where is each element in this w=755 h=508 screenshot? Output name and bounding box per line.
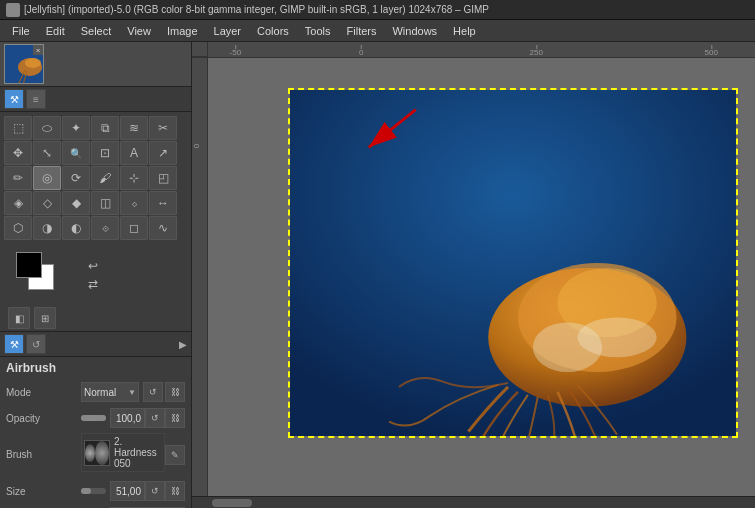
opacity-chain-button[interactable]: ⛓	[165, 408, 185, 428]
fuzzy-select-tool[interactable]: ⧉	[91, 116, 119, 140]
brush-label: Brush	[6, 449, 81, 460]
zoom-tool[interactable]: 🔍	[62, 141, 90, 165]
mode-label: Mode	[6, 387, 81, 398]
align-tool[interactable]: ⤡	[33, 141, 61, 165]
menu-tools[interactable]: Tools	[297, 23, 339, 39]
menu-help[interactable]: Help	[445, 23, 484, 39]
app-icon	[6, 3, 20, 17]
size-value[interactable]: 51,00	[110, 481, 145, 501]
opacity-label: Opacity	[6, 413, 81, 424]
size-chain-button[interactable]: ⛓	[165, 481, 185, 501]
ruler-mark-250: 250	[530, 48, 543, 57]
opacity-option-row: Opacity 100,0 ↺ ⛓	[6, 407, 185, 429]
size-label: Size	[6, 486, 81, 497]
paths-tool[interactable]: ⟐	[91, 216, 119, 240]
mode-chain-button[interactable]: ⛓	[165, 382, 185, 402]
image-thumbnail-bar: ×	[0, 42, 191, 87]
tool-tabs: ⚒ ≡	[0, 87, 191, 112]
color-picker-tool[interactable]: ◐	[62, 216, 90, 240]
tab-settings[interactable]: ≡	[26, 89, 46, 109]
menu-view[interactable]: View	[119, 23, 159, 39]
ruler-mark-neg50: -50	[230, 48, 242, 57]
menu-windows[interactable]: Windows	[384, 23, 445, 39]
extra-tools: ◧ ⊞	[0, 305, 191, 331]
mode-option-row: Mode Normal ▼ ↺ ⛓	[6, 381, 185, 403]
rect-select-tool[interactable]: ⬚	[4, 116, 32, 140]
brush-name-label: 2. Hardness 050	[114, 436, 162, 469]
brush-edit-button[interactable]: ✎	[165, 445, 185, 465]
foreground-color-swatch[interactable]	[16, 252, 42, 278]
ink-tool[interactable]: ⬦	[120, 191, 148, 215]
pencil-tool[interactable]: ✏	[4, 166, 32, 190]
menu-file[interactable]: File	[4, 23, 38, 39]
canvas-area: 0	[192, 58, 755, 496]
opacity-value[interactable]: 100,0	[110, 408, 145, 428]
menu-layer[interactable]: Layer	[206, 23, 250, 39]
canvas-viewport[interactable]	[208, 58, 755, 496]
menu-colors[interactable]: Colors	[249, 23, 297, 39]
blur-tool[interactable]: ◇	[33, 191, 61, 215]
color-box	[16, 252, 66, 297]
ruler-h-marks: -50 0 250 500	[208, 42, 755, 57]
menu-select[interactable]: Select	[73, 23, 120, 39]
scissors-select-tool[interactable]: ✂	[149, 116, 177, 140]
mode-reset-button[interactable]: ↺	[143, 382, 163, 402]
mode-select[interactable]: Normal ▼	[81, 382, 139, 402]
color-reset[interactable]: ↩	[88, 259, 98, 273]
panel-collapse[interactable]: ▶	[179, 339, 187, 350]
rotate-tool[interactable]: ↗	[149, 141, 177, 165]
bucket-fill-tool[interactable]: ⬡	[4, 216, 32, 240]
opacity-reset-button[interactable]: ↺	[145, 408, 165, 428]
canvas-content-area: -50 0 250 500 0	[192, 42, 755, 508]
text-tool[interactable]: A	[120, 141, 148, 165]
ruler-mark-0: 0	[359, 48, 363, 57]
size-reset-button[interactable]: ↺	[145, 481, 165, 501]
menu-filters[interactable]: Filters	[339, 23, 385, 39]
eraser-tool[interactable]: ⟳	[62, 166, 90, 190]
title-bar: [Jellyfish] (imported)-5.0 (RGB color 8-…	[0, 0, 755, 20]
smudge-tool[interactable]: ◫	[91, 191, 119, 215]
dodge-tool[interactable]: ◆	[62, 191, 90, 215]
tool-name-label: Airbrush	[6, 361, 185, 375]
menu-edit[interactable]: Edit	[38, 23, 73, 39]
clone-tool[interactable]: ⊹	[120, 166, 148, 190]
svg-point-10	[577, 318, 656, 358]
blend-tool[interactable]: ◑	[33, 216, 61, 240]
panel-tabs: ⚒ ↺ ▶	[0, 331, 191, 357]
ruler-vertical: 0	[192, 58, 208, 496]
menu-bar: File Edit Select View Image Layer Colors…	[0, 20, 755, 42]
transform-tool[interactable]: ◻	[120, 216, 148, 240]
color-swap[interactable]: ⇄	[88, 277, 98, 291]
perspective-clone-tool[interactable]: ◈	[4, 191, 32, 215]
canvas-image	[288, 88, 738, 438]
brush-selector[interactable]: 2. Hardness 050	[81, 433, 165, 472]
main-layout: × ⚒ ≡ ⬚ ⬭ ✦ ⧉ ≋ ✂ ✥ ⤡ 🔍 ⊡ A ↗ ✏ ◎ ⟳ 🖌 ⊹	[0, 42, 755, 508]
quick-mask-tool[interactable]: ◧	[8, 307, 30, 329]
menu-image[interactable]: Image	[159, 23, 206, 39]
title-text: [Jellyfish] (imported)-5.0 (RGB color 8-…	[24, 4, 489, 15]
size-option-row: Size 51,00 ↺ ⛓	[6, 480, 185, 502]
airbrush-tool[interactable]: ◎	[33, 166, 61, 190]
tool-grid: ⬚ ⬭ ✦ ⧉ ≋ ✂ ✥ ⤡ 🔍 ⊡ A ↗ ✏ ◎ ⟳ 🖌 ⊹ ◰ ◈ ◇ …	[0, 112, 191, 244]
free-select-tool[interactable]: ✦	[62, 116, 90, 140]
ellipse-select-tool[interactable]: ⬭	[33, 116, 61, 140]
warp-transform-tool[interactable]: ∿	[149, 216, 177, 240]
measure-tool[interactable]: ↔	[149, 191, 177, 215]
svg-rect-5	[290, 90, 736, 436]
image-thumbnail[interactable]: ×	[4, 44, 44, 84]
tab-history-panel[interactable]: ↺	[26, 334, 46, 354]
paintbrush-tool[interactable]: 🖌	[91, 166, 119, 190]
scrollbar-horizontal[interactable]	[192, 496, 755, 508]
ruler-mark-v-0: 0	[192, 143, 201, 147]
move-tool[interactable]: ✥	[4, 141, 32, 165]
mode-chevron-icon: ▼	[128, 388, 136, 397]
toolbox: × ⚒ ≡ ⬚ ⬭ ✦ ⧉ ≋ ✂ ✥ ⤡ 🔍 ⊡ A ↗ ✏ ◎ ⟳ 🖌 ⊹	[0, 42, 192, 508]
heal-tool[interactable]: ◰	[149, 166, 177, 190]
tool-options-panel: Airbrush Mode Normal ▼ ↺ ⛓ Opacity	[0, 357, 191, 508]
tab-tools-panel[interactable]: ⚒	[4, 334, 24, 354]
grid-tool[interactable]: ⊞	[34, 307, 56, 329]
select-by-color-tool[interactable]: ≋	[120, 116, 148, 140]
tab-tools[interactable]: ⚒	[4, 89, 24, 109]
thumb-close-button[interactable]: ×	[33, 45, 43, 55]
crop-tool[interactable]: ⊡	[91, 141, 119, 165]
